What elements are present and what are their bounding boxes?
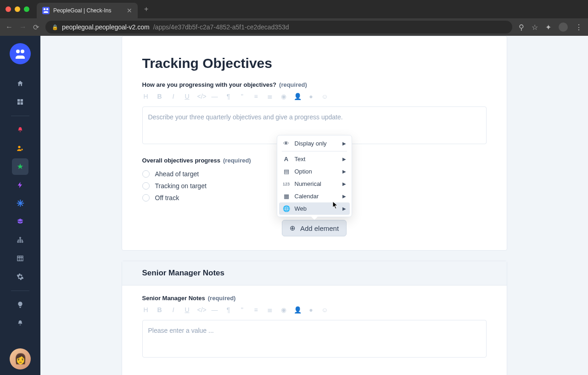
sidebar-item-bolt[interactable] (12, 177, 28, 193)
heading-icon[interactable]: H (142, 93, 150, 100)
drop-icon[interactable]: ● (308, 306, 315, 313)
svg-rect-7 (21, 102, 23, 105)
reload-button[interactable]: ⟳ (33, 23, 39, 32)
notes-textarea[interactable]: Please enter a value ... (142, 320, 487, 358)
profile-icon[interactable] (559, 22, 568, 32)
app-logo[interactable] (10, 43, 31, 64)
svg-point-12 (22, 241, 23, 243)
required-tag: (required) (279, 81, 307, 88)
emoji-icon[interactable]: ☺ (321, 93, 329, 100)
radio-icon (142, 182, 150, 190)
dropdown-item-numerical[interactable]: 123 Numerical ▶ (279, 178, 350, 190)
ulist-icon[interactable]: ≡ (252, 306, 260, 313)
paragraph-icon[interactable]: ¶ (225, 306, 232, 313)
italic-icon[interactable]: I (170, 93, 177, 100)
camera-icon[interactable]: ◉ (280, 306, 287, 313)
person-icon[interactable]: 👤 (294, 306, 301, 313)
sidebar-item-favorites[interactable] (12, 158, 28, 175)
sidebar-item-ideas[interactable] (12, 297, 28, 313)
tracking-card: Tracking Objectives How are you progress… (122, 36, 507, 251)
hr-icon[interactable]: — (211, 93, 218, 100)
chevron-right-icon: ▶ (342, 181, 346, 186)
paragraph-icon[interactable]: ¶ (225, 93, 232, 100)
dropdown-item-web[interactable]: 🌐 Web ▶ (279, 202, 350, 215)
dropdown-label: Calendar (295, 193, 338, 200)
window-maximize[interactable] (24, 6, 29, 12)
menu-icon[interactable]: ⋮ (575, 23, 582, 32)
main-content: Tracking Objectives How are you progress… (40, 36, 588, 375)
sidebar-item-alerts[interactable] (12, 122, 28, 138)
plus-circle-icon: ⊕ (290, 224, 296, 232)
bookmark-icon[interactable]: ☆ (532, 23, 538, 32)
dropdown-item-calendar[interactable]: ▦ Calendar ▶ (279, 190, 350, 202)
sidebar-divider (11, 116, 29, 116)
italic-icon[interactable]: I (170, 306, 177, 313)
radio-label: Ahead of target (155, 170, 199, 178)
bold-icon[interactable]: B (156, 306, 163, 313)
underline-icon[interactable]: U (184, 93, 191, 100)
sidebar-item-reports[interactable] (12, 250, 28, 267)
sidebar-item-learn[interactable] (12, 213, 28, 230)
sidebar-item-people[interactable] (12, 140, 28, 157)
radio-label: Tracking on target (155, 182, 207, 190)
search-icon[interactable]: ⚲ (519, 23, 524, 32)
olist-icon[interactable]: ≣ (266, 306, 274, 313)
question-label: Senior Manager Notes (142, 295, 205, 302)
chevron-right-icon: ▶ (342, 141, 346, 146)
radio-label: Off track (155, 194, 179, 201)
emoji-icon[interactable]: ☺ (321, 306, 329, 313)
forward-button[interactable]: → (19, 23, 27, 31)
sidebar-item-home[interactable] (12, 75, 28, 92)
sidebar-item-notifications[interactable] (12, 315, 28, 331)
dropdown-item-display-only[interactable]: 👁 Display only ▶ (279, 137, 350, 150)
sidebar-item-apps[interactable] (12, 94, 28, 110)
quote-icon[interactable]: " (239, 306, 246, 313)
back-button[interactable]: ← (6, 23, 13, 31)
quote-icon[interactable]: " (239, 93, 246, 100)
tab-favicon-icon (42, 7, 50, 14)
olist-icon[interactable]: ≣ (266, 93, 274, 100)
option-icon: ▤ (283, 168, 290, 175)
chevron-right-icon: ▶ (342, 169, 346, 174)
radio-icon (142, 194, 150, 201)
required-tag: (required) (223, 157, 251, 164)
chevron-right-icon: ▶ (342, 194, 346, 199)
browser-tab[interactable]: PeopleGoal | Check-Ins ✕ (37, 3, 138, 18)
sidebar-item-org[interactable] (12, 232, 28, 248)
chevron-right-icon: ▶ (342, 157, 346, 162)
sidebar-item-settings[interactable] (12, 269, 28, 285)
add-element-button[interactable]: ⊕ Add element (282, 220, 347, 236)
url-domain: peoplegoal.peoplegoal-v2.com (62, 23, 150, 31)
underline-icon[interactable]: U (184, 306, 191, 313)
ulist-icon[interactable]: ≡ (252, 93, 260, 100)
svg-point-3 (21, 50, 24, 53)
dropdown-item-text[interactable]: A Text ▶ (279, 153, 350, 165)
drop-icon[interactable]: ● (308, 93, 315, 100)
text-icon: A (283, 156, 290, 162)
heading-icon[interactable]: H (142, 306, 150, 313)
camera-icon[interactable]: ◉ (280, 93, 287, 100)
dropdown-item-option[interactable]: ▤ Option ▶ (279, 165, 350, 178)
dropdown-label: Option (295, 168, 338, 175)
user-avatar[interactable]: 👩 (10, 348, 31, 369)
code-icon[interactable]: </> (197, 306, 205, 313)
window-minimize[interactable] (15, 6, 20, 12)
code-icon[interactable]: </> (197, 93, 205, 100)
tab-close-icon[interactable]: ✕ (127, 7, 132, 14)
dropdown-label: Web (295, 205, 338, 212)
dropdown-label: Text (295, 156, 338, 162)
sidebar-item-snowflake[interactable]: ✳ (12, 195, 28, 212)
numerical-icon: 123 (283, 182, 290, 186)
person-icon[interactable]: 👤 (294, 93, 301, 100)
window-close[interactable] (6, 6, 11, 12)
url-path: /apps/4e37db5f-c2a7-4852-a5f1-ce2decad35… (153, 23, 289, 31)
bold-icon[interactable]: B (156, 93, 163, 100)
editor-toolbar: H B I U </> — ¶ " ≡ ≣ ◉ 👤 ● ☺ (142, 306, 487, 313)
tab-title: PeopleGoal | Check-Ins (53, 7, 123, 14)
hr-icon[interactable]: — (211, 306, 218, 313)
new-tab-button[interactable]: + (144, 5, 148, 13)
svg-point-0 (44, 8, 45, 10)
extensions-icon[interactable]: ✦ (545, 23, 551, 32)
notes-card: Senior Manager Notes Senior Manager Note… (122, 261, 507, 375)
url-bar[interactable]: 🔒 peoplegoal.peoplegoal-v2.com/apps/4e37… (45, 21, 512, 34)
